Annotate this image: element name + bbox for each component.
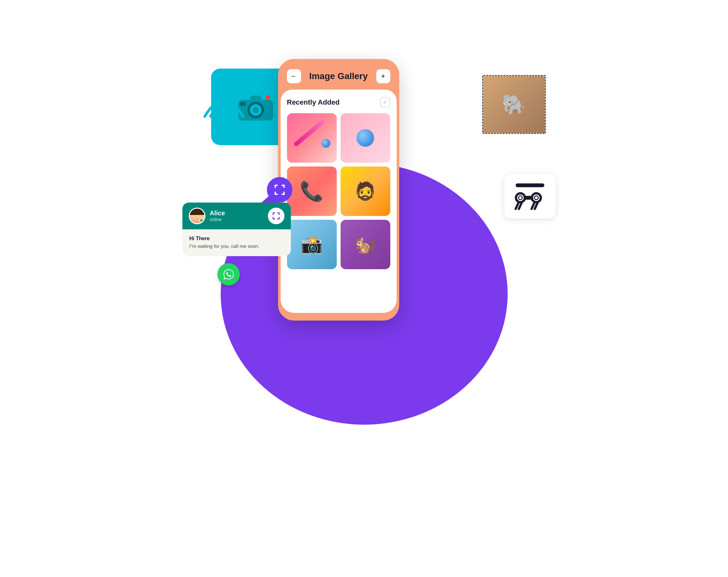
dashed-preview-card: 🐘 <box>482 75 546 134</box>
elephant-emoji: 🐘 <box>502 93 526 116</box>
phone-add-button[interactable]: + <box>376 69 390 83</box>
scissors-card <box>504 174 555 219</box>
wifi-arcs <box>198 78 249 124</box>
gallery-grid: 📞 🧔 📸 🐿️ <box>287 113 390 269</box>
svg-rect-14 <box>279 217 280 220</box>
whatsapp-icon[interactable] <box>217 263 240 285</box>
avatar-hair <box>190 208 204 215</box>
phone-title: Image Gallery <box>309 71 368 81</box>
screen-selector-svg <box>273 183 286 196</box>
gallery-item-1[interactable] <box>287 113 337 163</box>
gallery-item-3[interactable]: 📞 <box>287 167 337 216</box>
phone-back-button[interactable]: ← <box>287 69 301 83</box>
phone-body: Recently Added ✓ <box>281 90 397 313</box>
phone-mockup: ← Image Gallery + Recently Added ✓ <box>278 59 399 321</box>
svg-point-5 <box>266 95 270 100</box>
pink-rod <box>293 119 325 147</box>
avatar <box>189 208 205 224</box>
svg-rect-10 <box>279 212 280 215</box>
gallery-item-2[interactable] <box>341 113 390 163</box>
character-emoji: 🧔 <box>341 167 390 216</box>
svg-rect-20 <box>275 192 276 195</box>
svg-rect-23 <box>516 183 544 187</box>
whatsapp-svg <box>222 268 235 281</box>
scissors-icon <box>514 180 546 212</box>
phone-header: ← Image Gallery + <box>278 59 399 90</box>
chat-bubble: Hi There I"m waiting for you, call me so… <box>182 229 291 256</box>
svg-rect-4 <box>250 96 261 101</box>
gallery-item-6[interactable]: 🐿️ <box>341 220 390 269</box>
svg-rect-12 <box>272 217 274 220</box>
alice-header: Alice online <box>182 203 291 229</box>
plus-icon: + <box>381 72 385 80</box>
squirrel-emoji: 🐿️ <box>341 220 390 269</box>
recently-added-row: Recently Added ✓ <box>287 97 390 107</box>
dashed-card-image: 🐘 <box>483 76 545 133</box>
screenshot-icon[interactable] <box>268 208 284 224</box>
gallery-item-5[interactable]: 📸 <box>287 220 337 269</box>
alice-info: Alice online <box>210 209 263 222</box>
phone-emoji: 📞 <box>287 167 337 216</box>
chat-hi: Hi There <box>189 236 284 242</box>
gallery-item-4[interactable]: 🧔 <box>341 167 390 216</box>
svg-point-27 <box>535 196 538 200</box>
chat-message: I"m waiting for you, call me soon. <box>189 243 284 250</box>
svg-rect-18 <box>284 185 285 188</box>
alice-status: online <box>210 217 263 222</box>
svg-point-25 <box>519 196 522 200</box>
chat-card: Alice online Hi There I"m waiting for yo… <box>182 203 291 256</box>
recently-added-label: Recently Added <box>287 98 340 106</box>
photographer-emoji: 📸 <box>287 220 337 269</box>
check-icon: ✓ <box>380 97 390 107</box>
back-arrow-icon: ← <box>291 72 297 80</box>
blue-sphere <box>357 129 374 147</box>
screen-selector-button[interactable] <box>267 177 292 203</box>
svg-rect-16 <box>275 185 276 188</box>
svg-rect-22 <box>284 192 285 195</box>
svg-rect-28 <box>524 196 533 200</box>
screen-select-icon <box>272 211 281 220</box>
blue-ball <box>321 139 330 148</box>
svg-point-3 <box>253 107 259 113</box>
alice-name: Alice <box>210 209 263 217</box>
main-scene: ← Image Gallery + Recently Added ✓ <box>173 49 555 528</box>
svg-rect-8 <box>272 212 274 215</box>
online-status-dot <box>199 218 204 223</box>
